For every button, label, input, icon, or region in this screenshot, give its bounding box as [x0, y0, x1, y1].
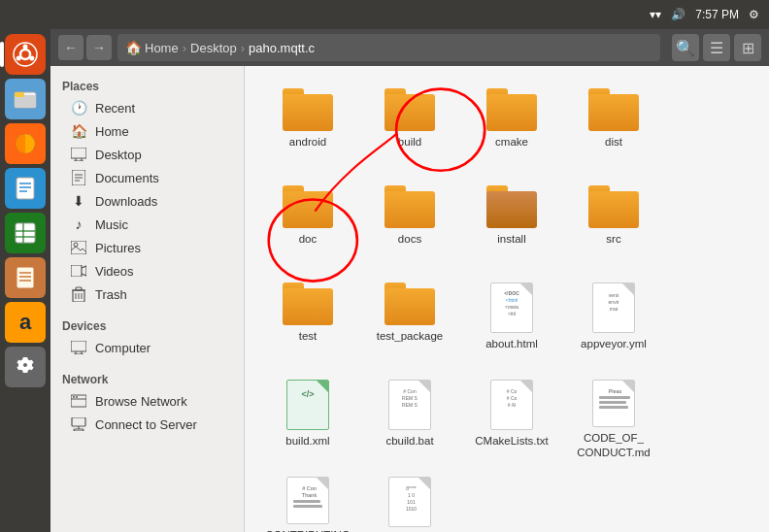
- file-manager: ← → 🏠 Home › Desktop › paho.mqtt.c 🔍: [50, 29, 769, 532]
- sidebar-item-trash[interactable]: Trash: [50, 283, 244, 306]
- folder-src-icon: [588, 185, 639, 228]
- taskbar-writer[interactable]: [5, 168, 46, 209]
- list-item[interactable]: <!DOC <html <meta <titl about.html: [463, 275, 560, 367]
- sidebar-item-desktop[interactable]: Desktop: [50, 143, 244, 166]
- list-item[interactable]: test: [259, 275, 356, 367]
- home-icon: 🏠: [125, 40, 142, 55]
- music-icon: ♪: [70, 216, 87, 233]
- filename-test-package: test_package: [377, 329, 443, 344]
- list-item[interactable]: # Co # Co # Al CMakeLists.txt: [463, 372, 560, 464]
- volume-icon: 🔊: [671, 8, 685, 21]
- grid-button[interactable]: ⊞: [734, 34, 761, 61]
- sidebar-recent-label: Recent: [95, 101, 135, 116]
- list-item[interactable]: doc: [259, 178, 356, 270]
- breadcrumb-home[interactable]: 🏠 Home: [125, 40, 179, 55]
- list-item[interactable]: install: [463, 178, 560, 270]
- breadcrumb-current[interactable]: paho.mqtt.c: [249, 41, 315, 55]
- time-display: 7:57 PM: [695, 8, 739, 21]
- places-section: Places: [50, 74, 244, 96]
- file-grid-wrapper: android build: [245, 66, 769, 532]
- taskbar-settings[interactable]: [5, 347, 46, 387]
- sidebar-home-label: Home: [95, 124, 129, 139]
- sidebar-documents-label: Documents: [95, 171, 159, 185]
- network-section: Network: [50, 367, 244, 389]
- sidebar-item-videos[interactable]: Videos: [50, 259, 244, 283]
- sidebar-item-downloads[interactable]: ⬇ Downloads: [50, 189, 244, 213]
- sidebar-item-documents[interactable]: Documents: [50, 166, 244, 189]
- taskbar-calc[interactable]: [5, 213, 46, 253]
- svg-point-45: [76, 396, 78, 398]
- filename-about-html: about.html: [485, 337, 538, 351]
- computer-icon: [70, 339, 87, 356]
- filename-contributing: CONTRIBUTING.md: [264, 528, 351, 532]
- downloads-icon: ⬇: [70, 192, 87, 210]
- list-item[interactable]: </> build.xml: [259, 372, 356, 464]
- list-item[interactable]: src: [565, 178, 662, 270]
- breadcrumb: 🏠 Home › Desktop › paho.mqtt.c: [117, 34, 660, 61]
- folder-install-icon: [486, 185, 537, 228]
- list-item[interactable]: # Con Thank CONTRIBUTING.md: [259, 469, 356, 532]
- sidebar-connect-server-label: Connect to Server: [95, 417, 197, 432]
- breadcrumb-home-label: Home: [145, 41, 179, 55]
- sidebar-item-recent[interactable]: 🕐 Recent: [50, 96, 244, 119]
- svg-rect-21: [71, 148, 86, 158]
- filename-docs: docs: [398, 232, 421, 247]
- list-item[interactable]: 8**** 1 0 101 1010 deploy_rsa.enc: [361, 469, 458, 532]
- folder-dist-icon: [588, 88, 639, 131]
- taskbar-firefox[interactable]: [5, 123, 46, 164]
- sidebar: Places 🕐 Recent 🏠 Home Desktop: [50, 66, 245, 532]
- sidebar-item-connect-server[interactable]: Connect to Server: [50, 413, 244, 436]
- svg-rect-7: [15, 92, 24, 97]
- recent-icon: 🕐: [70, 99, 87, 116]
- filename-doc: doc: [299, 232, 318, 247]
- filename-cbuild: cbuild.bat: [385, 434, 433, 449]
- title-bar: ← → 🏠 Home › Desktop › paho.mqtt.c 🔍: [50, 29, 769, 66]
- trash-icon: [70, 285, 87, 303]
- videos-icon: [70, 262, 87, 280]
- sidebar-item-home[interactable]: 🏠 Home: [50, 119, 244, 143]
- filename-build: build: [398, 135, 421, 150]
- svg-rect-38: [71, 341, 86, 351]
- search-button[interactable]: 🔍: [672, 34, 699, 61]
- sidebar-downloads-label: Downloads: [95, 194, 157, 209]
- folder-test-icon: [283, 283, 333, 325]
- breadcrumb-sep-2: ›: [241, 41, 245, 55]
- svg-rect-31: [71, 265, 82, 277]
- svg-point-44: [73, 396, 75, 398]
- filename-appveyor: appveyor.yml: [581, 337, 647, 351]
- breadcrumb-current-label: paho.mqtt.c: [249, 41, 315, 55]
- taskbar-editor[interactable]: [5, 257, 46, 298]
- sidebar-item-computer[interactable]: Computer: [50, 336, 244, 359]
- list-item[interactable]: dist: [565, 81, 662, 173]
- sidebar-item-pictures[interactable]: Pictures: [50, 236, 244, 259]
- file-grid: android build: [245, 66, 769, 532]
- forward-button[interactable]: →: [86, 35, 112, 60]
- breadcrumb-sep-1: ›: [183, 41, 186, 55]
- breadcrumb-desktop[interactable]: Desktop: [190, 41, 237, 55]
- list-item[interactable]: docs: [361, 178, 458, 270]
- list-item[interactable]: android: [259, 81, 356, 173]
- sidebar-item-browse-network[interactable]: Browse Network: [50, 389, 244, 413]
- list-item[interactable]: # Con REM S REM S cbuild.bat: [361, 372, 458, 464]
- back-button[interactable]: ←: [58, 35, 84, 60]
- file-buildxml-icon: </>: [286, 380, 329, 430]
- file-cbuild-icon: # Con REM S REM S: [388, 380, 431, 430]
- settings-icon[interactable]: ⚙: [749, 8, 759, 21]
- list-item[interactable]: cmake: [463, 81, 560, 173]
- connect-server-icon: [70, 416, 87, 433]
- taskbar-ubuntu[interactable]: [5, 34, 46, 75]
- list-item[interactable]: build: [361, 81, 458, 173]
- taskbar-files[interactable]: [5, 79, 46, 119]
- sidebar-item-music[interactable]: ♪ Music: [50, 213, 244, 236]
- list-item[interactable]: versi envir mat appveyor.yml: [565, 275, 662, 367]
- list-item[interactable]: test_package: [361, 275, 458, 367]
- file-about-html-icon: <!DOC <html <meta <titl: [490, 283, 533, 333]
- folder-build-icon: [384, 88, 435, 131]
- browse-network-icon: [70, 392, 87, 410]
- taskbar-amazon[interactable]: a: [5, 302, 46, 343]
- menu-button[interactable]: ☰: [703, 34, 730, 61]
- list-item[interactable]: Pleas CODE_OF_CONDUCT.md: [565, 372, 662, 464]
- svg-point-2: [23, 45, 28, 50]
- devices-section: Devices: [50, 314, 244, 336]
- folder-docs-icon: [384, 185, 435, 228]
